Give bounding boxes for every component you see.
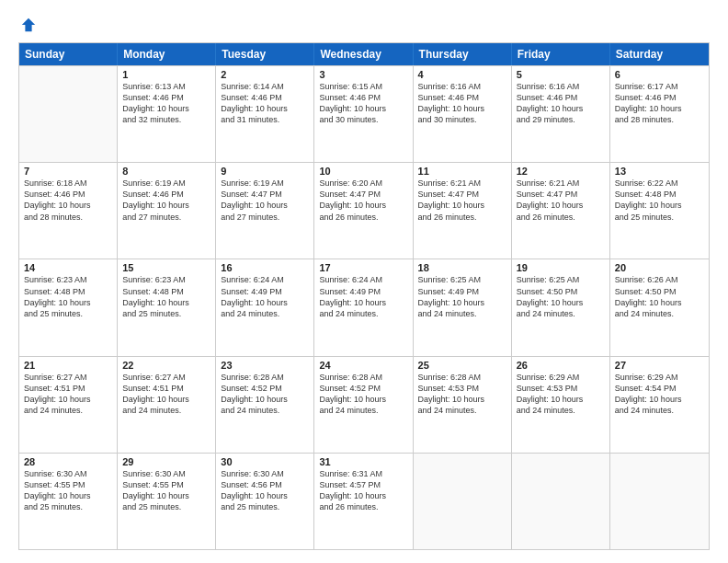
- cal-cell: 22Sunrise: 6:27 AM Sunset: 4:51 PM Dayli…: [118, 357, 216, 453]
- cal-cell: 7Sunrise: 6:18 AM Sunset: 4:46 PM Daylig…: [19, 163, 118, 259]
- cal-header-wednesday: Wednesday: [314, 43, 413, 65]
- day-info: Sunrise: 6:20 AM Sunset: 4:47 PM Dayligh…: [319, 178, 407, 223]
- day-number: 9: [221, 166, 309, 177]
- calendar-body: 1Sunrise: 6:13 AM Sunset: 4:46 PM Daylig…: [19, 65, 709, 549]
- day-number: 23: [221, 360, 309, 371]
- cal-cell: 3Sunrise: 6:15 AM Sunset: 4:46 PM Daylig…: [314, 66, 413, 162]
- day-number: 2: [221, 69, 309, 80]
- cal-week-3: 14Sunrise: 6:23 AM Sunset: 4:48 PM Dayli…: [19, 259, 709, 355]
- day-number: 31: [319, 456, 407, 467]
- day-info: Sunrise: 6:30 AM Sunset: 4:56 PM Dayligh…: [221, 468, 309, 513]
- cal-cell: 25Sunrise: 6:28 AM Sunset: 4:53 PM Dayli…: [414, 357, 512, 453]
- day-number: 28: [24, 456, 112, 467]
- cal-cell: 26Sunrise: 6:29 AM Sunset: 4:53 PM Dayli…: [512, 357, 610, 453]
- day-number: 16: [221, 262, 309, 273]
- day-info: Sunrise: 6:28 AM Sunset: 4:52 PM Dayligh…: [319, 372, 407, 417]
- day-info: Sunrise: 6:29 AM Sunset: 4:53 PM Dayligh…: [517, 372, 605, 417]
- cal-header-saturday: Saturday: [610, 43, 709, 65]
- day-number: 21: [24, 360, 112, 371]
- day-info: Sunrise: 6:17 AM Sunset: 4:46 PM Dayligh…: [615, 81, 704, 126]
- logo: [18, 17, 37, 33]
- day-info: Sunrise: 6:31 AM Sunset: 4:57 PM Dayligh…: [319, 468, 407, 513]
- cal-cell: 18Sunrise: 6:25 AM Sunset: 4:49 PM Dayli…: [414, 259, 512, 355]
- cal-cell: 6Sunrise: 6:17 AM Sunset: 4:46 PM Daylig…: [610, 66, 709, 162]
- day-number: 17: [319, 262, 407, 273]
- day-number: 24: [319, 360, 407, 371]
- cal-header-monday: Monday: [118, 43, 216, 65]
- day-info: Sunrise: 6:16 AM Sunset: 4:46 PM Dayligh…: [517, 81, 605, 126]
- cal-cell: 24Sunrise: 6:28 AM Sunset: 4:52 PM Dayli…: [314, 357, 413, 453]
- cal-week-5: 28Sunrise: 6:30 AM Sunset: 4:55 PM Dayli…: [19, 453, 709, 549]
- day-info: Sunrise: 6:15 AM Sunset: 4:46 PM Dayligh…: [319, 81, 407, 126]
- day-number: 13: [615, 166, 704, 177]
- day-number: 10: [319, 166, 407, 177]
- day-number: 22: [122, 360, 210, 371]
- day-info: Sunrise: 6:29 AM Sunset: 4:54 PM Dayligh…: [615, 372, 704, 417]
- cal-cell: 17Sunrise: 6:24 AM Sunset: 4:49 PM Dayli…: [314, 259, 413, 355]
- day-number: 5: [517, 69, 605, 80]
- day-info: Sunrise: 6:26 AM Sunset: 4:50 PM Dayligh…: [615, 274, 704, 319]
- cal-cell: [414, 454, 512, 549]
- day-number: 26: [517, 360, 605, 371]
- day-number: 1: [122, 69, 210, 80]
- day-info: Sunrise: 6:23 AM Sunset: 4:48 PM Dayligh…: [24, 274, 112, 319]
- day-number: 6: [615, 69, 704, 80]
- cal-cell: 29Sunrise: 6:30 AM Sunset: 4:55 PM Dayli…: [118, 454, 216, 549]
- cal-week-2: 7Sunrise: 6:18 AM Sunset: 4:46 PM Daylig…: [19, 162, 709, 259]
- day-info: Sunrise: 6:25 AM Sunset: 4:50 PM Dayligh…: [517, 274, 605, 319]
- day-number: 27: [615, 360, 704, 371]
- day-info: Sunrise: 6:21 AM Sunset: 4:47 PM Dayligh…: [418, 178, 506, 223]
- cal-header-thursday: Thursday: [414, 43, 512, 65]
- day-number: 25: [418, 360, 506, 371]
- day-info: Sunrise: 6:14 AM Sunset: 4:46 PM Dayligh…: [221, 81, 309, 126]
- cal-header-friday: Friday: [512, 43, 610, 65]
- logo-icon: [20, 17, 37, 33]
- cal-cell: 8Sunrise: 6:19 AM Sunset: 4:46 PM Daylig…: [118, 163, 216, 259]
- cal-header-tuesday: Tuesday: [216, 43, 314, 65]
- day-info: Sunrise: 6:24 AM Sunset: 4:49 PM Dayligh…: [221, 274, 309, 319]
- cal-cell: 4Sunrise: 6:16 AM Sunset: 4:46 PM Daylig…: [414, 66, 512, 162]
- day-info: Sunrise: 6:30 AM Sunset: 4:55 PM Dayligh…: [122, 468, 210, 513]
- cal-cell: 30Sunrise: 6:30 AM Sunset: 4:56 PM Dayli…: [216, 454, 314, 549]
- day-number: 7: [24, 166, 112, 177]
- day-info: Sunrise: 6:22 AM Sunset: 4:48 PM Dayligh…: [615, 178, 704, 223]
- day-info: Sunrise: 6:16 AM Sunset: 4:46 PM Dayligh…: [418, 81, 506, 126]
- day-info: Sunrise: 6:24 AM Sunset: 4:49 PM Dayligh…: [319, 274, 407, 319]
- cal-cell: 20Sunrise: 6:26 AM Sunset: 4:50 PM Dayli…: [610, 259, 709, 355]
- cal-cell: 15Sunrise: 6:23 AM Sunset: 4:48 PM Dayli…: [118, 259, 216, 355]
- day-number: 3: [319, 69, 407, 80]
- day-number: 19: [517, 262, 605, 273]
- day-info: Sunrise: 6:13 AM Sunset: 4:46 PM Dayligh…: [122, 81, 210, 126]
- day-number: 18: [418, 262, 506, 273]
- day-info: Sunrise: 6:23 AM Sunset: 4:48 PM Dayligh…: [122, 274, 210, 319]
- calendar: SundayMondayTuesdayWednesdayThursdayFrid…: [18, 42, 710, 550]
- cal-cell: 9Sunrise: 6:19 AM Sunset: 4:47 PM Daylig…: [216, 163, 314, 259]
- cal-cell: 10Sunrise: 6:20 AM Sunset: 4:47 PM Dayli…: [314, 163, 413, 259]
- cal-cell: 27Sunrise: 6:29 AM Sunset: 4:54 PM Dayli…: [610, 357, 709, 453]
- cal-cell: 31Sunrise: 6:31 AM Sunset: 4:57 PM Dayli…: [314, 454, 413, 549]
- day-info: Sunrise: 6:28 AM Sunset: 4:52 PM Dayligh…: [221, 372, 309, 417]
- cal-cell: 23Sunrise: 6:28 AM Sunset: 4:52 PM Dayli…: [216, 357, 314, 453]
- day-number: 4: [418, 69, 506, 80]
- day-info: Sunrise: 6:19 AM Sunset: 4:46 PM Dayligh…: [122, 178, 210, 223]
- cal-week-1: 1Sunrise: 6:13 AM Sunset: 4:46 PM Daylig…: [19, 65, 709, 162]
- cal-cell: 14Sunrise: 6:23 AM Sunset: 4:48 PM Dayli…: [19, 259, 118, 355]
- day-number: 8: [122, 166, 210, 177]
- day-number: 30: [221, 456, 309, 467]
- day-number: 20: [615, 262, 704, 273]
- cal-cell: 13Sunrise: 6:22 AM Sunset: 4:48 PM Dayli…: [610, 163, 709, 259]
- cal-cell: [512, 454, 610, 549]
- day-info: Sunrise: 6:27 AM Sunset: 4:51 PM Dayligh…: [24, 372, 112, 417]
- day-number: 14: [24, 262, 112, 273]
- cal-cell: 28Sunrise: 6:30 AM Sunset: 4:55 PM Dayli…: [19, 454, 118, 549]
- day-info: Sunrise: 6:25 AM Sunset: 4:49 PM Dayligh…: [418, 274, 506, 319]
- day-info: Sunrise: 6:18 AM Sunset: 4:46 PM Dayligh…: [24, 178, 112, 223]
- day-number: 15: [122, 262, 210, 273]
- cal-cell: 21Sunrise: 6:27 AM Sunset: 4:51 PM Dayli…: [19, 357, 118, 453]
- svg-marker-0: [22, 18, 35, 31]
- day-info: Sunrise: 6:19 AM Sunset: 4:47 PM Dayligh…: [221, 178, 309, 223]
- page: SundayMondayTuesdayWednesdayThursdayFrid…: [0, 0, 728, 563]
- cal-week-4: 21Sunrise: 6:27 AM Sunset: 4:51 PM Dayli…: [19, 356, 709, 453]
- calendar-header: SundayMondayTuesdayWednesdayThursdayFrid…: [19, 43, 709, 65]
- day-info: Sunrise: 6:30 AM Sunset: 4:55 PM Dayligh…: [24, 468, 112, 513]
